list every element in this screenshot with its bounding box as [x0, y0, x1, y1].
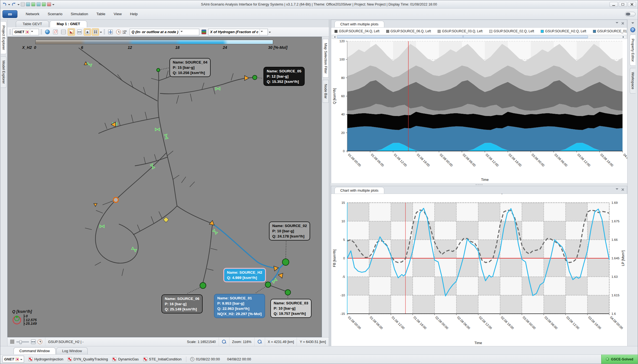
legend-item[interactable]: GSUP.SOURCE_02.Q, Left	[489, 29, 534, 33]
stop-icon[interactable]	[47, 2, 51, 6]
network-view-button[interactable]	[52, 28, 59, 36]
legend-item[interactable]: GSUP.SOURCE_H2.Q, Left	[541, 29, 586, 33]
node-label-source-01[interactable]: Name: SOURCE_01 P: 9.953 [bar-g] Q: 22.9…	[214, 294, 265, 318]
chevron-down-icon[interactable]	[20, 359, 22, 361]
stacked-area-chart[interactable]: 02040608010012001.08 00:0001.08 06:0001.…	[331, 39, 627, 183]
zoom-out-button[interactable]	[255, 337, 265, 346]
sidebar-tab-workspace[interactable]: Workspace	[630, 68, 636, 93]
undo-icon[interactable]	[2, 2, 7, 7]
node-label-source-06[interactable]: Name: SOURCE_06 P: 16 [bar-g] Q: 25.149 …	[161, 294, 203, 313]
legend-item[interactable]: GSUP.SOURCE_06.Q, Left	[386, 29, 431, 33]
zoom-in-button[interactable]	[219, 337, 229, 346]
scrollbar-thumb[interactable]	[337, 35, 588, 38]
qat-overflow-icon[interactable]	[52, 4, 54, 6]
web-icon[interactable]	[42, 2, 46, 6]
redo-dropdown-icon[interactable]	[17, 4, 20, 6]
legend-item[interactable]: GSUP.SOURCE_01.Q, Left	[593, 29, 627, 33]
scenario-ste-initial-condition[interactable]: STE_InitialCondition	[143, 357, 182, 361]
node-source-03[interactable]	[285, 290, 291, 295]
tab-table-gevt[interactable]: Table GEVT	[16, 20, 49, 27]
quality-dropdown-button[interactable]	[260, 29, 264, 35]
minimize-button[interactable]	[610, 2, 618, 7]
active-network-combo[interactable]: GNET	[2, 356, 24, 363]
toolbar-grip[interactable]	[104, 29, 105, 35]
menu-help[interactable]: Help	[126, 10, 142, 18]
chevron-down-icon[interactable]	[616, 188, 618, 191]
clock-mini-icon[interactable]	[38, 339, 42, 344]
quality-combo[interactable]: X of Hydrogen (Fraction of c	[208, 29, 268, 35]
close-button[interactable]	[628, 2, 636, 7]
toolbar-overflow-icon[interactable]	[269, 32, 271, 34]
legend-item[interactable]: GNET.LP, Right	[478, 194, 506, 194]
list-button[interactable]	[60, 28, 67, 36]
node-label-source-h2[interactable]: Name: SOURCE_H2 Q: 4.989 [ksm³/h]	[223, 268, 266, 282]
parameter-dropdown-button[interactable]	[179, 29, 184, 35]
node-source-05[interactable]	[253, 75, 257, 80]
toolbar-grip[interactable]	[41, 29, 42, 35]
menu-simulation[interactable]: Simulation	[67, 10, 92, 18]
clear-icon[interactable]	[15, 358, 19, 361]
pipe-mini-icon[interactable]	[31, 339, 36, 344]
node-source-06[interactable]	[200, 283, 206, 289]
profile-plot-button[interactable]	[68, 28, 75, 36]
sidebar-tab-property-editor[interactable]: Property Editor	[630, 35, 636, 66]
tool-icon[interactable]	[26, 2, 30, 6]
undo-dropdown-icon[interactable]	[8, 4, 10, 6]
toolbar-grip[interactable]	[9, 29, 11, 35]
network-dropdown-button[interactable]	[30, 29, 34, 35]
node-label-source-04[interactable]: Name: SOURCE_04 P: 15 [bar-g] Q: 10.256 …	[169, 58, 211, 77]
node-source-02[interactable]	[282, 259, 289, 265]
menu-table[interactable]: Table	[93, 10, 109, 18]
node-size-button[interactable]	[92, 28, 99, 36]
node-source-01[interactable]	[265, 282, 271, 287]
close-icon[interactable]	[621, 22, 624, 25]
pan-button[interactable]	[107, 28, 114, 36]
legend-scrollbar[interactable]	[332, 35, 626, 39]
clear-network-icon[interactable]	[25, 30, 29, 34]
scroll-right-icon[interactable]	[622, 35, 626, 39]
menu-view[interactable]: View	[110, 10, 125, 18]
node-label-source-03[interactable]: Name: SOURCE_03 P: 10 [bar-g] Q: 19.757 …	[270, 299, 312, 318]
menu-scenario[interactable]: Scenario	[44, 10, 66, 18]
chart-tab[interactable]: Chart with multiple plots	[334, 187, 384, 194]
toolbar-overflow-icon[interactable]	[100, 32, 102, 34]
browser-icon[interactable]	[36, 2, 41, 6]
calculator-icon[interactable]	[21, 2, 25, 6]
menu-network[interactable]: Network	[22, 10, 43, 18]
maximize-button[interactable]	[619, 2, 627, 7]
tab-log-window[interactable]: Log Window	[56, 347, 88, 354]
node-source-04[interactable]	[157, 68, 160, 72]
pipe-view-button[interactable]	[76, 28, 83, 36]
tab-map-selection-filter[interactable]: Map Selection Filter	[323, 39, 329, 78]
node-label-source-02[interactable]: Name: SOURCE_02 P: 10 [bar-g] Q: 24.178 …	[269, 221, 310, 241]
scenario-hydrogen-injection[interactable]: HydrogenInjection	[28, 357, 63, 361]
scenario-dyn-quality-tracking[interactable]: DYN_QualityTracking	[68, 357, 108, 361]
tab-command-window[interactable]: Command Window	[14, 347, 56, 354]
chart-tab[interactable]: Chart with multiple plots	[334, 21, 384, 27]
redo-icon[interactable]	[11, 2, 16, 7]
opacity-slider[interactable]	[16, 341, 29, 342]
help-icon[interactable]	[630, 27, 635, 32]
label-toggle-button[interactable]: a	[84, 28, 91, 36]
legend-item[interactable]: GSUP.SOURCE_04.Q, Left	[334, 29, 380, 33]
scenario-dynamic-gas[interactable]: DynamicGas	[112, 357, 138, 361]
legend-item[interactable]: GSUP.SOURCE_03.Q, Left	[438, 29, 483, 33]
close-icon[interactable]	[621, 188, 624, 191]
node-label-source-05[interactable]: Name: SOURCE_05 P: 12 [bar-g] Q: 15.352 …	[263, 67, 305, 86]
globe-button[interactable]	[44, 28, 51, 36]
network-map-canvas[interactable]: X_H2 0 6 12 18 24 30 [%-Mol] Name: SOURC…	[7, 37, 322, 337]
app-logo[interactable]: ∞	[2, 10, 17, 18]
grid-icon[interactable]	[10, 340, 14, 344]
log-lin-toggle[interactable]: LOG LIN	[123, 30, 129, 34]
tab-node-bar[interactable]: Node Bar	[323, 80, 329, 103]
compressor-station-node[interactable]	[113, 197, 118, 202]
export-icon[interactable]	[31, 2, 35, 6]
scroll-left-icon[interactable]	[332, 35, 336, 39]
network-selector[interactable]: GNET	[12, 29, 39, 35]
dual-axis-line-chart[interactable]: -15-10-50510151.61.6151.631.6451.661.675…	[331, 201, 627, 346]
parameter-combo[interactable]: Q (In- or outflow at a node )	[130, 29, 199, 35]
sidebar-tab-project-explorer[interactable]: Project Explorer	[1, 21, 7, 54]
quality-colorbar-button[interactable]	[200, 28, 207, 36]
chevron-down-icon[interactable]	[631, 22, 634, 25]
chevron-down-icon[interactable]	[616, 22, 618, 25]
